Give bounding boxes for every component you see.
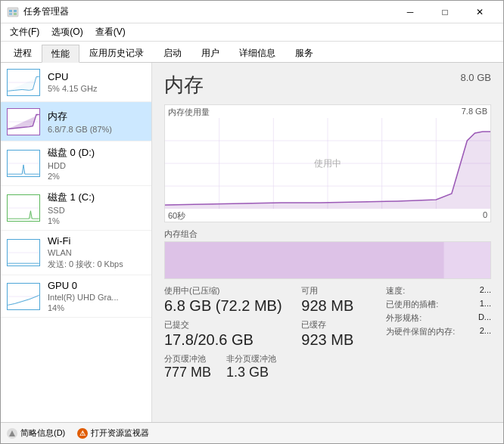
paged-pool-value: 777 MB — [164, 365, 211, 380]
tab-startup[interactable]: 启动 — [154, 44, 191, 62]
sidebar-item-memory[interactable]: 内存 6.8/7.8 GB (87%) — [1, 102, 151, 141]
nonpaged-pool-value: 1.3 GB — [226, 365, 276, 380]
in-use-label: 使用中(已压缩) — [164, 285, 295, 297]
gpu0-sub2: 14% — [48, 303, 145, 312]
disk0-name: 磁盘 0 (D:) — [48, 146, 145, 160]
sidebar-item-disk1[interactable]: 磁盘 1 (C:) SSD 1% — [1, 186, 151, 231]
cached-block: 已缓存 923 MB — [301, 319, 380, 349]
open-monitor-button[interactable]: ⚠ 打开资源监视器 — [77, 427, 149, 439]
tab-details[interactable]: 详细信息 — [229, 44, 285, 62]
close-button[interactable]: ✕ — [462, 1, 497, 23]
available-value: 928 MB — [301, 297, 380, 315]
chart-watermark: 使用中 — [314, 157, 341, 170]
menu-file[interactable]: 文件(F) — [4, 24, 45, 41]
composition-chart — [164, 241, 491, 279]
minimize-button[interactable]: ─ — [393, 1, 428, 23]
nonpaged-pool-label: 非分页缓冲池 — [226, 353, 276, 365]
tab-app-history[interactable]: 应用历史记录 — [79, 44, 154, 62]
gpu0-name: GPU 0 — [48, 280, 145, 291]
sidebar-item-gpu0[interactable]: GPU 0 Intel(R) UHD Gra... 14% — [1, 275, 151, 318]
usage-chart-section: 内存使用量 7.8 GB — [164, 104, 491, 222]
disk0-sub2: 2% — [48, 172, 145, 181]
wifi-name: Wi-Fi — [48, 235, 145, 247]
disk0-sub1: HDD — [48, 161, 145, 170]
chart-label-left: 内存使用量 — [168, 107, 210, 118]
paged-pool-block: 分页缓冲池 777 MB — [164, 353, 211, 380]
mem-info: 内存 6.8/7.8 GB (87%) — [48, 110, 145, 134]
svg-rect-21 — [165, 242, 444, 278]
mem-name: 内存 — [48, 110, 145, 123]
main-panel: 内存 8.0 GB 内存使用量 7.8 GB — [152, 63, 503, 422]
time-label-right: 0 — [483, 210, 487, 222]
disk1-info: 磁盘 1 (C:) SSD 1% — [48, 191, 145, 225]
form-factor-value: D... — [478, 312, 491, 324]
chart-label-right: 7.8 GB — [462, 107, 487, 118]
tab-users[interactable]: 用户 — [191, 44, 229, 62]
left-stats: 使用中(已压缩) 6.8 GB (72.2 MB) 已提交 17.8/20.6 … — [164, 285, 295, 380]
wifi-thumbnail — [7, 239, 40, 266]
brief-info-button[interactable]: 简略信息(D) — [7, 427, 65, 439]
composition-label: 内存组合 — [164, 228, 491, 240]
disk1-sub1: SSD — [48, 206, 145, 215]
sidebar: CPU 5% 4.15 GHz 内存 6.8/7.8 GB (87%) — [1, 63, 152, 422]
title-bar: 任务管理器 ─ □ ✕ — [1, 1, 503, 23]
used-slots-label: 已使用的插槽: — [386, 299, 438, 310]
cpu-info: CPU 5% 4.15 GHz — [48, 71, 145, 93]
window-title: 任务管理器 — [23, 5, 69, 18]
disk0-info: 磁盘 0 (D:) HDD 2% — [48, 146, 145, 181]
stats-container: 使用中(已压缩) 6.8 GB (72.2 MB) 已提交 17.8/20.6 … — [164, 285, 491, 380]
usage-chart: 使用中 — [165, 118, 490, 209]
hw-reserved-label: 为硬件保留的内存: — [386, 326, 455, 337]
maximize-button[interactable]: □ — [428, 1, 462, 23]
wifi-info: Wi-Fi WLAN 发送: 0 接收: 0 Kbps — [48, 235, 145, 270]
in-use-value: 6.8 GB (72.2 MB) — [164, 297, 295, 315]
title-bar-left: 任务管理器 — [7, 5, 69, 18]
paged-pool-label: 分页缓冲池 — [164, 353, 211, 365]
sidebar-item-disk0[interactable]: 磁盘 0 (D:) HDD 2% — [1, 141, 151, 186]
app-icon — [7, 6, 19, 18]
wifi-sub1: WLAN — [48, 248, 145, 257]
speed-row: 速度: 2... — [386, 285, 491, 297]
tab-performance[interactable]: 性能 — [42, 45, 79, 63]
in-use-block: 使用中(已压缩) 6.8 GB (72.2 MB) — [164, 285, 295, 315]
svg-rect-4 — [14, 13, 17, 15]
tab-services[interactable]: 服务 — [285, 44, 323, 62]
mem-thumbnail — [7, 108, 40, 135]
form-factor-row: 外形规格: D... — [386, 312, 491, 324]
speed-value: 2... — [480, 285, 491, 297]
disk1-name: 磁盘 1 (C:) — [48, 191, 145, 204]
svg-rect-3 — [9, 13, 12, 15]
available-block: 可用 928 MB — [301, 285, 380, 315]
committed-label: 已提交 — [164, 319, 295, 331]
disk1-sub2: 1% — [48, 216, 145, 225]
brief-info-label: 简略信息(D) — [20, 427, 65, 439]
pool-stats: 分页缓冲池 777 MB 非分页缓冲池 1.3 GB — [164, 353, 295, 380]
main-total: 8.0 GB — [461, 72, 491, 83]
gpu0-sub1: Intel(R) UHD Gra... — [48, 293, 145, 302]
chart-label-row: 内存使用量 7.8 GB — [165, 105, 490, 118]
svg-rect-2 — [14, 10, 17, 12]
tab-bar: 进程 性能 应用历史记录 启动 用户 详细信息 服务 — [1, 42, 503, 63]
sidebar-item-cpu[interactable]: CPU 5% 4.15 GHz — [1, 63, 151, 102]
brief-info-icon — [7, 428, 17, 439]
main-title: 内存 — [164, 72, 204, 98]
main-content: CPU 5% 4.15 GHz 内存 6.8/7.8 GB (87%) — [1, 63, 503, 422]
sidebar-item-wifi[interactable]: Wi-Fi WLAN 发送: 0 接收: 0 Kbps — [1, 231, 151, 275]
window-controls: ─ □ ✕ — [393, 1, 497, 23]
menu-options[interactable]: 选项(O) — [45, 24, 89, 41]
right-stats: 速度: 2... 已使用的插槽: 1... 外形规格: D... 为硬件保留的内… — [380, 285, 491, 380]
svg-marker-22 — [9, 430, 15, 436]
gpu0-thumbnail — [7, 283, 40, 310]
time-label-row: 60秒 0 — [165, 209, 490, 222]
used-slots-row: 已使用的插槽: 1... — [386, 299, 491, 310]
disk1-thumbnail — [7, 194, 40, 222]
available-label: 可用 — [301, 285, 380, 297]
middle-stats: 可用 928 MB 已缓存 923 MB — [295, 285, 380, 380]
gpu0-info: GPU 0 Intel(R) UHD Gra... 14% — [48, 280, 145, 312]
committed-block: 已提交 17.8/20.6 GB — [164, 319, 295, 349]
tab-processes[interactable]: 进程 — [4, 44, 42, 62]
cached-value: 923 MB — [301, 331, 380, 349]
menu-view[interactable]: 查看(V) — [89, 24, 132, 41]
main-header: 内存 8.0 GB — [164, 72, 491, 98]
task-manager-window: 任务管理器 ─ □ ✕ 文件(F) 选项(O) 查看(V) 进程 性能 应用历史… — [0, 0, 504, 444]
